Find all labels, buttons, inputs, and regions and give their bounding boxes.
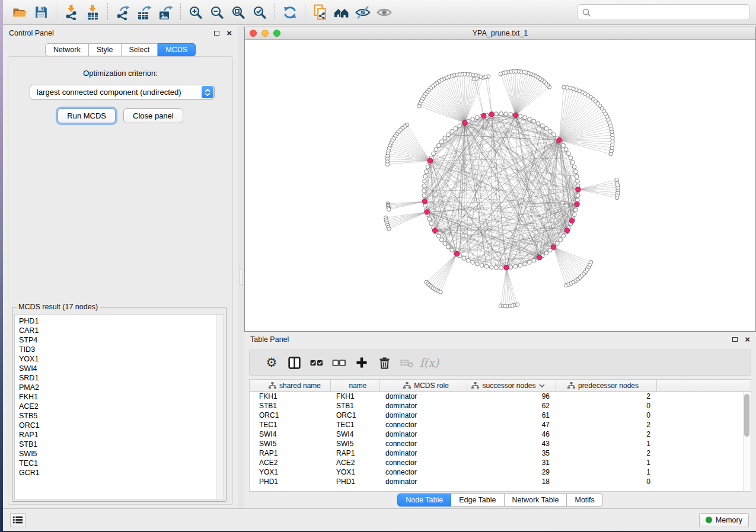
tab-motifs[interactable]: Motifs <box>567 493 602 507</box>
table-row[interactable]: FKH1FKH1dominator962 <box>250 392 751 401</box>
memory-label: Memory <box>716 516 742 524</box>
mcds-result-item[interactable]: FKH1 <box>19 392 224 402</box>
mcds-result-item[interactable]: GCR1 <box>19 468 224 477</box>
list-icon <box>12 515 23 524</box>
new-network-from-selection-button[interactable] <box>310 2 331 23</box>
select-all-rows-button[interactable] <box>305 352 328 373</box>
table-scrollbar-thumb[interactable] <box>744 394 749 437</box>
import-network-icon <box>63 5 79 20</box>
toolbar-separator <box>180 4 181 21</box>
table-body: FKH1FKH1dominator962STB1STB1dominator620… <box>250 392 751 486</box>
node-table: shared namenameMCDS rolesuccessor nodesp… <box>249 379 751 492</box>
mcds-list-scrollbar[interactable] <box>216 315 224 499</box>
column-header-name[interactable]: name <box>331 380 380 391</box>
mcds-result-item[interactable]: STB5 <box>19 411 224 421</box>
mcds-result-item[interactable]: ACE2 <box>19 402 224 411</box>
float-table-panel-icon[interactable] <box>732 337 738 342</box>
import-network-button[interactable] <box>60 2 82 23</box>
mcds-result-item[interactable]: PMA2 <box>19 383 224 392</box>
tab-node-table[interactable]: Node Table <box>397 493 451 507</box>
control-panel-tabs: NetworkStyleSelectMCDS <box>3 43 238 56</box>
zoom-fit-icon <box>231 5 246 20</box>
tab-select[interactable]: Select <box>122 43 158 56</box>
show-nested-networks-button[interactable] <box>331 2 352 23</box>
table-row[interactable]: PHD1PHD1dominator180 <box>250 477 751 486</box>
mcds-result-item[interactable]: RAP1 <box>19 430 224 440</box>
open-file-button[interactable] <box>9 2 30 23</box>
deselect-all-rows-button[interactable] <box>328 352 350 373</box>
control-panel-title: Control Panel <box>9 29 54 37</box>
close-table-panel-icon[interactable]: × <box>745 336 750 342</box>
zoom-out-button[interactable] <box>206 2 228 23</box>
mcds-result-item[interactable]: STB1 <box>19 440 224 449</box>
column-header-predecessor-nodes[interactable]: predecessor nodes <box>556 380 657 391</box>
mcds-result-item[interactable]: SWI4 <box>19 364 224 373</box>
mcds-result-item[interactable]: STP4 <box>19 335 224 345</box>
table-row[interactable]: YOX1YOX1connector291 <box>250 467 751 477</box>
export-table-button[interactable] <box>133 2 155 23</box>
mcds-result-item[interactable]: YOX1 <box>19 354 224 364</box>
tab-mcds[interactable]: MCDS <box>158 43 196 56</box>
table-row[interactable]: STB1STB1dominator620 <box>250 401 751 411</box>
tab-network[interactable]: Network <box>45 43 89 56</box>
criterion-dropdown[interactable]: largest connected component (undirected) <box>30 85 215 100</box>
eye-icon <box>376 5 393 20</box>
table-scrollbar[interactable] <box>743 392 751 491</box>
save-session-button[interactable] <box>30 2 52 23</box>
table-header-row: shared namenameMCDS rolesuccessor nodesp… <box>250 380 751 392</box>
search-box[interactable] <box>577 4 750 20</box>
export-image-button[interactable] <box>155 2 176 23</box>
close-panel-icon[interactable]: × <box>227 30 232 36</box>
delete-table-button-disabled <box>395 352 418 373</box>
export-network-button[interactable] <box>112 2 133 23</box>
hide-selected-button[interactable] <box>352 2 374 23</box>
tab-edge-table[interactable]: Edge Table <box>451 493 504 507</box>
table-row[interactable]: ACE2ACE2connector311 <box>250 458 751 467</box>
panel-splitter[interactable] <box>238 25 244 508</box>
table-panel-title: Table Panel <box>250 335 289 344</box>
mcds-result-item[interactable]: CAR1 <box>19 326 224 335</box>
delete-column-button[interactable] <box>373 352 395 373</box>
network-canvas[interactable] <box>245 40 755 331</box>
mcds-result-title: MCDS result (17 nodes) <box>17 303 100 311</box>
show-columns-button[interactable] <box>283 352 305 373</box>
table-row[interactable]: ORC1ORC1dominator610 <box>250 411 751 420</box>
zoom-in-button[interactable] <box>185 2 206 23</box>
table-row[interactable]: SWI4SWI4dominator462 <box>250 430 751 439</box>
column-header-shared-name[interactable]: shared name <box>250 380 331 391</box>
add-column-button[interactable] <box>350 352 373 373</box>
mcds-result-item[interactable]: ORC1 <box>19 421 224 430</box>
table-row[interactable]: TEC1TEC1connector472 <box>250 420 751 430</box>
mcds-result-item[interactable]: SWI5 <box>19 449 224 459</box>
export-network-icon <box>115 5 130 20</box>
mcds-result-item[interactable]: SRD1 <box>19 373 224 383</box>
mcds-result-list[interactable]: PHD1CAR1STP4TID3YOX1SWI4SRD1PMA2FKH1ACE2… <box>14 314 224 499</box>
tab-network-table[interactable]: Network Table <box>505 493 567 507</box>
column-header-MCDS-role[interactable]: MCDS role <box>380 380 467 391</box>
table-options-button[interactable]: ⚙ <box>260 352 283 373</box>
run-mcds-button[interactable]: Run MCDS <box>58 108 116 123</box>
show-all-hidden-button[interactable] <box>374 2 395 23</box>
zoom-fit-button[interactable] <box>228 2 249 23</box>
zoom-selected-button[interactable] <box>249 2 270 23</box>
apply-layout-button[interactable] <box>279 2 301 23</box>
mcds-result-item[interactable]: PHD1 <box>19 316 224 326</box>
import-table-button[interactable] <box>82 2 103 23</box>
splitter-grip[interactable] <box>239 270 243 285</box>
table-row[interactable]: RAP1RAP1dominator352 <box>250 448 751 458</box>
column-header-successor-nodes[interactable]: successor nodes <box>467 380 556 391</box>
close-panel-button[interactable]: Close panel <box>123 108 183 123</box>
task-history-button[interactable] <box>10 513 25 527</box>
save-floppy-icon <box>34 5 49 20</box>
memory-button[interactable]: Memory <box>699 513 749 527</box>
mcds-result-item[interactable]: TID3 <box>19 345 224 354</box>
table-row[interactable]: SWI5SWI5connector431 <box>250 439 751 448</box>
criterion-label: Optimization criterion: <box>8 69 232 78</box>
network-view[interactable] <box>245 40 755 331</box>
toolbar-separator <box>107 4 108 21</box>
tab-style[interactable]: Style <box>89 43 122 56</box>
houses-icon <box>333 5 350 20</box>
float-panel-icon[interactable] <box>214 31 219 36</box>
search-input[interactable] <box>591 8 745 17</box>
mcds-result-item[interactable]: TEC1 <box>19 459 224 468</box>
